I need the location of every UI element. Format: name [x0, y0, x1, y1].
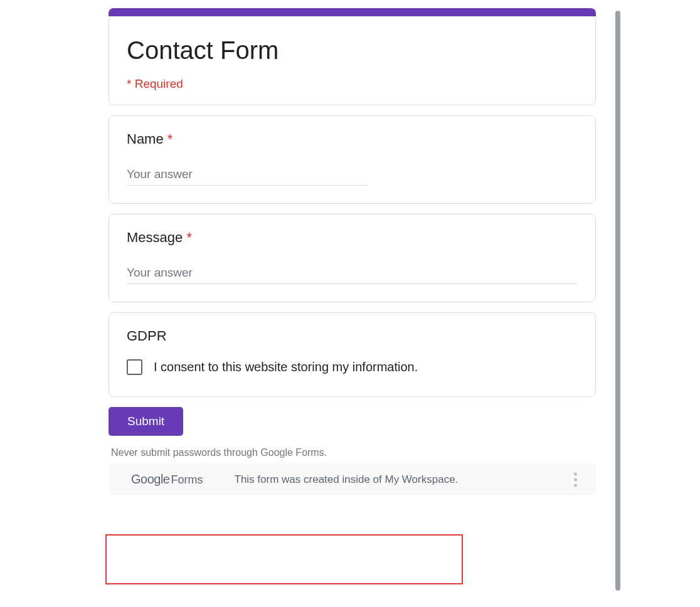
scrollbar[interactable] — [615, 11, 620, 591]
gdpr-checkbox[interactable] — [127, 359, 142, 375]
question-message-card: Message * — [109, 214, 596, 302]
google-forms-logo[interactable]: Google Forms — [131, 472, 203, 487]
required-asterisk: * — [167, 131, 173, 147]
form-accent-bar — [109, 8, 596, 16]
question-name-label: Name * — [127, 131, 578, 147]
required-asterisk: * — [186, 230, 192, 245]
question-message-label: Message * — [127, 230, 578, 246]
dot — [574, 472, 577, 475]
question-name-card: Name * — [109, 115, 596, 204]
required-note: * Required — [127, 77, 578, 91]
gdpr-checkbox-label: I consent to this website storing my inf… — [154, 360, 418, 374]
submit-button[interactable]: Submit — [109, 407, 183, 436]
dot — [574, 478, 577, 481]
question-gdpr-card: GDPR I consent to this website storing m… — [109, 312, 596, 397]
password-warning: Never submit passwords through Google Fo… — [109, 447, 596, 458]
workspace-note: This form was created inside of My Works… — [235, 473, 459, 486]
gdpr-checkbox-row: I consent to this website storing my inf… — [127, 359, 578, 375]
question-gdpr-label: GDPR — [127, 328, 578, 344]
form-header-card: Contact Form * Required — [109, 16, 596, 105]
dot — [574, 483, 577, 487]
annotation-highlight-box — [105, 534, 463, 584]
forms-logo-text: Forms — [171, 473, 203, 487]
name-label-text: Name — [127, 131, 164, 147]
name-input[interactable] — [127, 165, 368, 186]
more-options-icon[interactable] — [569, 467, 582, 492]
form-title: Contact Form — [127, 34, 578, 66]
message-label-text: Message — [127, 230, 183, 245]
message-input[interactable] — [127, 263, 578, 284]
google-logo-text: Google — [131, 472, 170, 487]
footer-bar: Google Forms This form was created insid… — [109, 463, 596, 495]
